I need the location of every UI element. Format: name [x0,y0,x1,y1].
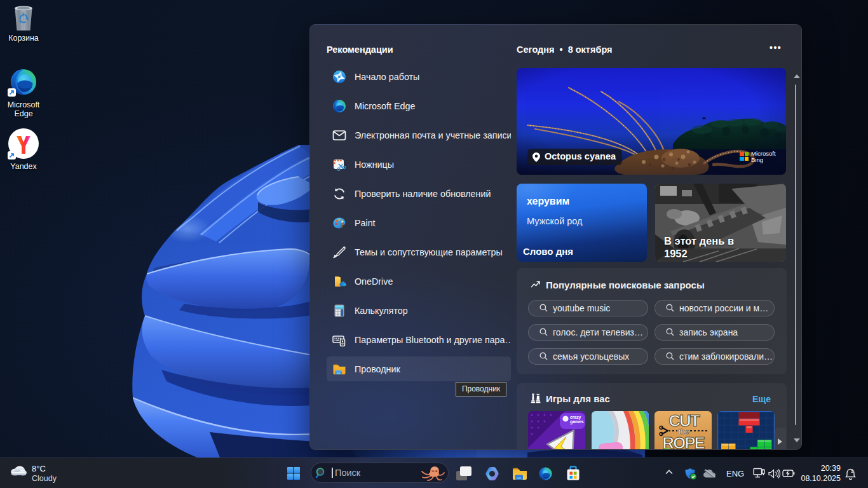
svg-text:games: games [570,419,584,424]
svg-text:ROPE: ROPE [662,433,705,450]
